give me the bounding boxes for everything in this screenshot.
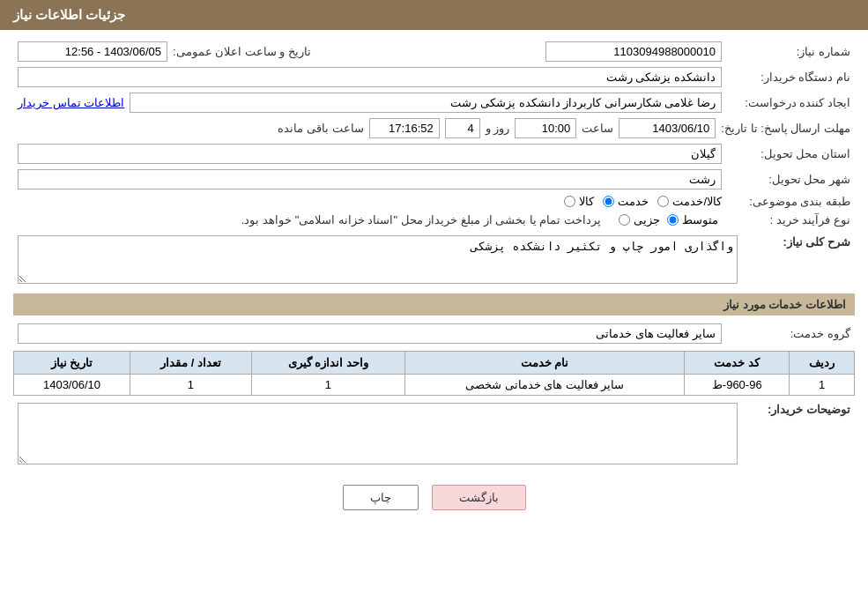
province-label: استان محل تحویل: xyxy=(727,147,850,160)
cell-service-name: سایر فعالیت های خدماتی شخصی xyxy=(404,375,684,396)
buyer-notes-textarea[interactable] xyxy=(18,403,738,464)
buyer-org-label: نام دستگاه خریدار: xyxy=(727,71,850,84)
page-title: جزئیات اطلاعات نیاز xyxy=(13,7,125,22)
process-label: نوع فرآیند خرید : xyxy=(727,213,850,227)
cell-date: 1403/06/10 xyxy=(14,375,130,396)
footer-buttons: بازگشت چاپ xyxy=(13,472,855,524)
service-group-label: گروه خدمت: xyxy=(727,327,850,340)
deadline-remaining-label: ساعت باقی مانده xyxy=(278,122,363,135)
city-row: شهر محل تحویل: xyxy=(13,167,855,192)
print-button[interactable]: چاپ xyxy=(343,485,419,510)
process-radio-group: جزیی متوسط xyxy=(619,213,718,227)
process-item-medium: متوسط xyxy=(667,213,718,227)
deadline-date-input[interactable] xyxy=(619,118,716,138)
services-table: ردیف کد خدمت نام خدمت واحد اندازه گیری ت… xyxy=(13,351,855,396)
process-medium-label: متوسط xyxy=(682,213,718,227)
category-label: طبقه بندی موضوعی: xyxy=(727,195,850,208)
need-description-row: شرح کلی نیاز: xyxy=(18,235,850,284)
contact-link[interactable]: اطلاعات تماس خریدار xyxy=(18,96,124,109)
buyer-org-row: نام دستگاه خریدار: xyxy=(13,64,855,90)
process-medium-radio[interactable] xyxy=(667,214,679,226)
need-description-label: شرح کلی نیاز: xyxy=(745,235,850,249)
city-input[interactable] xyxy=(18,169,722,189)
cell-quantity: 1 xyxy=(130,375,251,396)
deadline-days-input[interactable] xyxy=(445,118,480,138)
buyer-org-input[interactable] xyxy=(18,67,722,87)
col-service-name: نام خدمت xyxy=(404,352,684,375)
need-number-row: شماره نیاز: تاریخ و ساعت اعلان عمومی: xyxy=(13,39,855,64)
category-goods-radio[interactable] xyxy=(564,196,575,207)
buyer-notes-label: توضیحات خریدار: xyxy=(745,403,850,416)
announcement-label: تاریخ و ساعت اعلان عمومی: xyxy=(173,45,311,58)
category-item-both: کالا/خدمت xyxy=(657,195,722,208)
services-section-title: اطلاعات خدمات مورد نیاز xyxy=(13,293,855,316)
col-row: ردیف xyxy=(790,352,855,375)
category-item-service: خدمت xyxy=(603,195,649,208)
cell-service-code: 960-96-ط xyxy=(685,375,790,396)
category-radio-group: کالا خدمت کالا/خدمت xyxy=(564,195,722,208)
cell-unit: 1 xyxy=(251,375,404,396)
need-number-label: شماره نیاز: xyxy=(727,45,850,58)
col-unit: واحد اندازه گیری xyxy=(251,352,404,375)
announcement-input[interactable] xyxy=(18,41,167,62)
category-both-radio[interactable] xyxy=(657,196,669,207)
category-goods-label: کالا xyxy=(579,195,594,208)
need-description-textarea[interactable] xyxy=(18,235,738,284)
deadline-time-label: ساعت xyxy=(582,122,613,135)
col-service-code: کد خدمت xyxy=(685,352,790,375)
process-row: نوع فرآیند خرید : جزیی متوسط پرداخت تمام… xyxy=(13,211,855,229)
col-date: تاریخ نیاز xyxy=(14,352,130,375)
page-header: جزئیات اطلاعات نیاز xyxy=(0,0,868,30)
page-wrapper: جزئیات اطلاعات نیاز شماره نیاز: تاریخ و … xyxy=(0,0,868,609)
process-description: پرداخت تمام یا بخشی از مبلغ خریداز محل "… xyxy=(241,213,601,227)
category-row: طبقه بندی موضوعی: کالا خدمت کالا/خدمت xyxy=(13,192,855,211)
province-row: استان محل تحویل: xyxy=(13,141,855,167)
process-partial-label: جزیی xyxy=(634,213,660,227)
province-input[interactable] xyxy=(18,144,722,164)
service-group-row: گروه خدمت: xyxy=(13,321,855,346)
city-label: شهر محل تحویل: xyxy=(727,173,850,186)
creator-label: ایجاد کننده درخواست: xyxy=(727,96,850,109)
service-group-input[interactable] xyxy=(18,323,722,344)
need-description-section: شرح کلی نیاز: xyxy=(13,233,855,286)
category-both-label: کالا/خدمت xyxy=(672,195,722,208)
back-button[interactable]: بازگشت xyxy=(432,485,526,510)
col-quantity: تعداد / مقدار xyxy=(130,352,251,375)
category-item-goods: کالا xyxy=(564,195,594,208)
process-item-partial: جزیی xyxy=(619,213,660,227)
need-number-input[interactable] xyxy=(545,41,722,62)
creator-input[interactable] xyxy=(130,93,722,113)
deadline-remaining-input[interactable] xyxy=(369,118,440,138)
deadline-row: مهلت ارسال پاسخ: تا تاریخ: ساعت روز و سا… xyxy=(13,115,855,141)
creator-row: ایجاد کننده درخواست: اطلاعات تماس خریدار xyxy=(13,90,855,115)
category-service-label: خدمت xyxy=(618,195,649,208)
process-partial-radio[interactable] xyxy=(619,214,630,226)
cell-row: 1 xyxy=(790,375,855,396)
deadline-label: مهلت ارسال پاسخ: تا تاریخ: xyxy=(721,122,850,135)
table-row: 1 960-96-ط سایر فعالیت های خدماتی شخصی 1… xyxy=(14,375,855,396)
category-service-radio[interactable] xyxy=(603,196,614,207)
deadline-time-input[interactable] xyxy=(515,118,576,138)
buyer-notes-row: توضیحات خریدار: xyxy=(13,400,855,467)
main-content: شماره نیاز: تاریخ و ساعت اعلان عمومی: نا… xyxy=(0,30,868,532)
deadline-day-label: روز و xyxy=(486,122,510,135)
